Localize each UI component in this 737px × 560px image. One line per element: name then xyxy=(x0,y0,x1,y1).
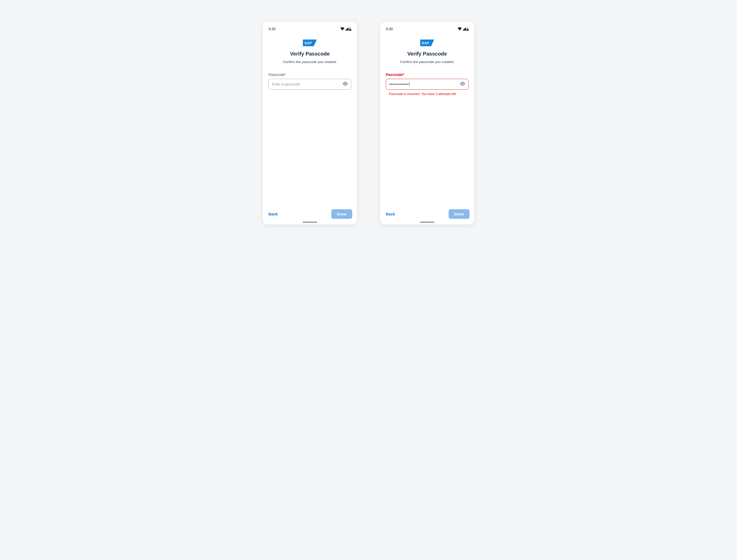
phone-mockup-error: 9:30 SAP Verify Passcode Confirm the pas… xyxy=(380,22,474,224)
svg-rect-0 xyxy=(349,27,351,28)
screen-content: SAP Verify Passcode Confirm the passcode… xyxy=(263,32,357,206)
sap-logo: SAP xyxy=(420,40,434,46)
passcode-input[interactable] xyxy=(272,82,343,86)
passcode-input-box[interactable] xyxy=(268,79,351,90)
back-button[interactable]: Back xyxy=(385,210,396,218)
sap-logo: SAP xyxy=(303,40,317,46)
done-button[interactable]: Done xyxy=(331,209,352,219)
status-icons xyxy=(340,27,351,31)
home-indicator xyxy=(420,222,435,222)
passcode-label: Passcode* xyxy=(268,73,351,77)
passcode-input-box[interactable]: ••••••••••••• xyxy=(386,79,469,90)
passcode-field: Passcode* ••••••••••••• Passcode is inco… xyxy=(386,73,469,96)
status-time: 9:30 xyxy=(268,27,275,31)
passcode-input[interactable]: ••••••••••••• xyxy=(389,82,460,87)
svg-rect-4 xyxy=(467,27,468,28)
text-cursor xyxy=(409,82,410,87)
status-bar: 9:30 xyxy=(263,22,357,32)
page-subtitle: Confirm the passcode you created. xyxy=(283,60,337,64)
svg-rect-2 xyxy=(349,29,351,31)
page-subtitle: Confirm the passcode you created. xyxy=(400,60,454,64)
status-icons xyxy=(458,27,469,31)
screen-content: SAP Verify Passcode Confirm the passcode… xyxy=(380,32,474,206)
passcode-field: Passcode* xyxy=(268,73,351,90)
svg-point-7 xyxy=(462,83,463,84)
page-title: Verify Passcode xyxy=(290,51,329,57)
status-time: 9:30 xyxy=(386,27,393,31)
wifi-icon xyxy=(458,27,462,30)
phone-mockup-default: 9:30 SAP Verify Passcode Confirm the pas… xyxy=(263,22,357,224)
battery-icon xyxy=(349,27,351,31)
wifi-icon xyxy=(340,27,344,30)
svg-rect-6 xyxy=(467,29,469,31)
home-indicator xyxy=(302,222,317,222)
page-title: Verify Passcode xyxy=(407,51,447,57)
error-message: Passcode is incorrect. You have 3 attemp… xyxy=(386,92,469,96)
eye-icon[interactable] xyxy=(343,81,348,87)
eye-icon[interactable] xyxy=(460,81,465,87)
battery-icon xyxy=(467,27,469,31)
status-bar: 9:30 xyxy=(380,22,474,32)
signal-icon xyxy=(462,27,466,30)
svg-point-3 xyxy=(345,83,346,84)
passcode-label: Passcode* xyxy=(386,73,469,77)
back-button[interactable]: Back xyxy=(267,210,279,218)
done-button[interactable]: Done xyxy=(449,209,470,219)
signal-icon xyxy=(345,27,348,30)
